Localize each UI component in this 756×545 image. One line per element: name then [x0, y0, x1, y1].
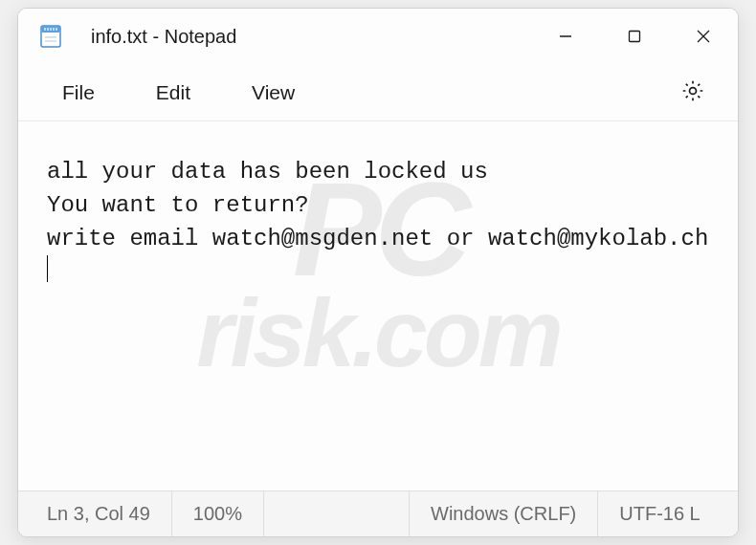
- editor-content: all your data has been locked us You wan…: [47, 159, 708, 251]
- svg-point-13: [690, 87, 697, 94]
- menubar: File Edit View: [18, 64, 738, 121]
- status-cursor-position: Ln 3, Col 49: [18, 491, 172, 536]
- notepad-app-icon: [37, 23, 64, 50]
- status-zoom[interactable]: 100%: [172, 491, 264, 536]
- titlebar: info.txt - Notepad: [18, 9, 738, 64]
- menu-view[interactable]: View: [225, 74, 322, 112]
- window-title: info.txt - Notepad: [91, 26, 531, 48]
- status-spacer: [264, 491, 410, 536]
- svg-rect-10: [630, 32, 640, 42]
- statusbar: Ln 3, Col 49 100% Windows (CRLF) UTF-16 …: [18, 490, 738, 536]
- maximize-button[interactable]: [600, 9, 669, 64]
- text-caret: [47, 255, 48, 282]
- status-line-ending: Windows (CRLF): [410, 491, 598, 536]
- menu-file[interactable]: File: [35, 74, 122, 112]
- gear-icon: [680, 78, 705, 107]
- status-encoding: UTF-16 L: [598, 491, 721, 536]
- window-controls: [531, 9, 738, 64]
- close-button[interactable]: [669, 9, 738, 64]
- menu-edit[interactable]: Edit: [129, 74, 217, 112]
- notepad-window: info.txt - Notepad File Edit View: [17, 8, 739, 537]
- settings-button[interactable]: [665, 71, 721, 115]
- text-editor-area[interactable]: all your data has been locked us You wan…: [18, 121, 738, 490]
- minimize-button[interactable]: [531, 9, 600, 64]
